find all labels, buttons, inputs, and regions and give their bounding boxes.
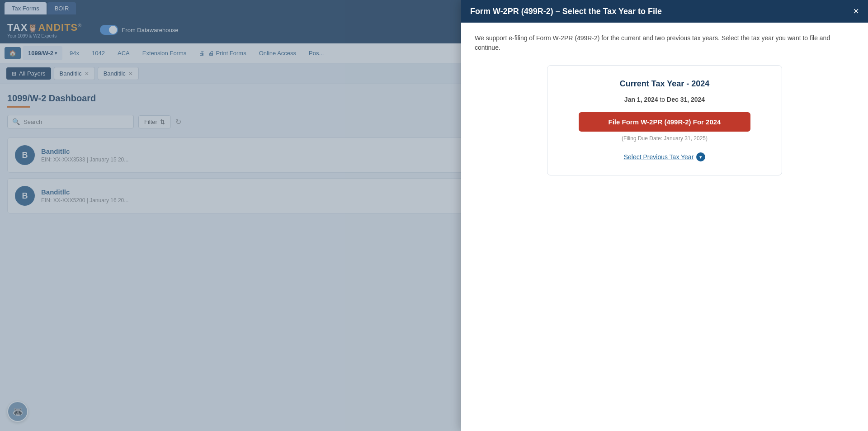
dropdown-chevron-icon: ▾	[696, 152, 705, 161]
select-previous-tax-year[interactable]: Select Previous Tax Year ▾	[558, 152, 771, 161]
modal-body: We support e-filing of Form W-2PR (499R-…	[461, 23, 868, 228]
tax-year-card: Current Tax Year - 2024 Jan 1, 2024 to D…	[547, 65, 782, 175]
modal-description: We support e-filing of Form W-2PR (499R-…	[475, 33, 854, 52]
current-tax-year-heading: Current Tax Year - 2024	[558, 79, 771, 89]
filing-due-date: (Filing Due Date: January 31, 2025)	[558, 135, 771, 142]
file-form-button[interactable]: File Form W-2PR (499R-2) For 2024	[579, 112, 750, 132]
modal-title: Form W-2PR (499R-2) – Select the Tax Yea…	[470, 7, 662, 16]
date-range: Jan 1, 2024 to Dec 31, 2024	[558, 96, 771, 103]
date-to: Dec 31, 2024	[667, 96, 705, 103]
date-from: Jan 1, 2024	[624, 96, 658, 103]
select-prev-year-label: Select Previous Tax Year	[624, 153, 694, 161]
modal-header: Form W-2PR (499R-2) – Select the Tax Yea…	[461, 0, 868, 23]
modal-close-button[interactable]: ×	[853, 6, 859, 16]
modal: Form W-2PR (499R-2) – Select the Tax Yea…	[461, 0, 868, 228]
